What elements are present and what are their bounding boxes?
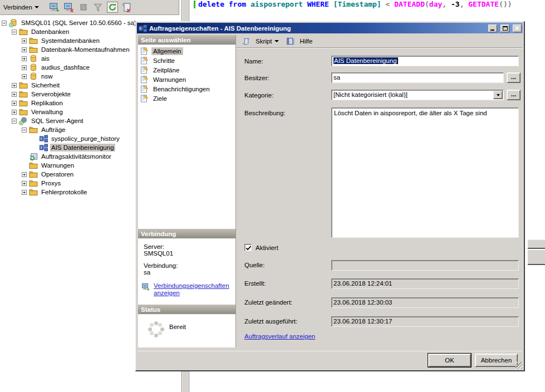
server-label: Server: xyxy=(144,243,235,250)
modified-label: Zuletzt geändert: xyxy=(244,299,292,306)
page-item-schritte[interactable]: Schritte xyxy=(138,56,235,65)
tree-item-label: Aufträge xyxy=(40,126,66,134)
expand-icon[interactable]: + xyxy=(22,47,27,52)
expand-icon[interactable]: + xyxy=(12,92,17,97)
page-icon xyxy=(140,85,149,94)
minimize-button[interactable] xyxy=(488,24,497,32)
help-icon xyxy=(286,37,294,46)
sql-token: < xyxy=(386,0,395,8)
expand-icon[interactable]: + xyxy=(22,38,27,43)
connection-value: sa xyxy=(144,269,235,276)
tree-item-label: Sicherheit xyxy=(30,81,61,89)
sql-token: delete from xyxy=(198,0,251,8)
connect-server-icon[interactable]: + xyxy=(49,2,60,13)
last-run-label: Zuletzt ausgeführt: xyxy=(244,318,297,325)
expand-icon[interactable]: + xyxy=(12,101,17,106)
expand-icon[interactable]: + xyxy=(22,172,27,177)
maximize-button[interactable] xyxy=(500,24,509,32)
db-icon xyxy=(29,72,38,81)
stop-icon[interactable] xyxy=(78,2,89,13)
modified-value: 23.06.2018 12:30:03 xyxy=(331,297,519,308)
page-item-label: Schritte xyxy=(151,57,176,65)
folder-icon xyxy=(19,107,28,116)
description-textarea[interactable]: Löscht Daten in aisposreport, die älter … xyxy=(331,107,519,238)
script-delete-icon[interactable]: x xyxy=(121,2,132,13)
created-value: 23.06.2018 12:24:01 xyxy=(331,278,519,289)
tree-item-label: Operatoren xyxy=(40,170,75,178)
folder-icon xyxy=(19,27,28,36)
close-button[interactable]: ✕ xyxy=(513,24,522,32)
refresh-icon[interactable] xyxy=(107,2,118,13)
script-icon xyxy=(242,37,251,46)
job-history-link[interactable]: Auftragsverlauf anzeigen xyxy=(244,333,315,340)
connect-dropdown[interactable]: Verbinden xyxy=(1,3,41,12)
resize-grip[interactable] xyxy=(515,362,523,369)
sql-token: day xyxy=(429,0,442,8)
filter-icon[interactable] xyxy=(92,2,104,13)
expand-icon[interactable]: + xyxy=(22,65,27,70)
owner-browse-button[interactable]: ... xyxy=(507,72,521,83)
collapse-icon[interactable]: − xyxy=(2,21,7,26)
page-icon xyxy=(140,47,149,56)
sql-token: aisposreport xyxy=(251,0,307,8)
connection-label: Verbindung: xyxy=(144,262,235,269)
expand-icon[interactable]: + xyxy=(22,181,27,186)
dialog-title-bar[interactable]: Auftragseigenschaften - AIS Datenbereini… xyxy=(137,23,523,33)
combo-arrow-icon[interactable] xyxy=(493,91,503,99)
page-item-warnungen[interactable]: Warnungen xyxy=(138,75,235,84)
svg-text:x: x xyxy=(70,7,74,13)
help-button[interactable]: Hilfe xyxy=(284,36,314,46)
category-select[interactable]: [Nicht kategorisiert (lokal)] xyxy=(331,90,504,100)
collapse-icon[interactable]: − xyxy=(12,119,17,124)
chevron-down-icon xyxy=(274,40,279,42)
disconnect-icon[interactable]: x xyxy=(63,2,75,13)
dialog-title: Auftragseigenschaften - AIS Datenbereini… xyxy=(149,25,291,32)
page-item-benachrichtigungen[interactable]: Benachrichtigungen xyxy=(138,84,235,94)
owner-input[interactable]: sa xyxy=(331,72,504,83)
monitor-icon xyxy=(29,152,38,161)
connection-properties-icon: + xyxy=(141,282,150,291)
folder-icon xyxy=(29,170,38,179)
category-browse-button[interactable]: ... xyxy=(507,90,521,100)
job-icon xyxy=(39,143,48,152)
page-item-allgemein[interactable]: Allgemein xyxy=(138,46,235,56)
tree-item-label: nsw xyxy=(40,72,53,80)
sql-token: , xyxy=(460,0,469,8)
tree-item-label: Warnungen xyxy=(40,161,75,169)
page-item-label: Zeitpläne xyxy=(151,66,181,74)
cancel-button[interactable]: Abbrechen xyxy=(475,354,518,367)
source-input xyxy=(331,260,519,271)
sql-token: WHERE xyxy=(307,0,333,8)
expand-icon[interactable]: + xyxy=(22,190,27,195)
connection-header: Verbindung xyxy=(138,229,235,239)
name-input[interactable]: AIS Datenbereinigung xyxy=(331,56,519,66)
status-text: Bereit xyxy=(169,324,186,330)
page-item-zeitpl-ne[interactable]: Zeitpläne xyxy=(138,65,235,75)
expand-icon[interactable]: + xyxy=(22,74,27,79)
script-button[interactable]: Skript xyxy=(240,36,281,46)
pages-list: AllgemeinSchritteZeitpläneWarnungenBenac… xyxy=(138,45,235,229)
ok-button[interactable]: OK xyxy=(428,354,471,367)
sql-token: , xyxy=(442,0,451,8)
connection-properties-link[interactable]: Verbindungseigenschaften anzeigen xyxy=(154,282,230,297)
expand-icon[interactable]: + xyxy=(12,110,17,115)
tree-item-label: Fehlerprotokolle xyxy=(40,188,88,196)
expand-icon[interactable]: + xyxy=(22,56,27,61)
collapse-icon[interactable]: − xyxy=(22,128,27,133)
editor-scrollbar-fragment[interactable] xyxy=(528,239,545,266)
status-header: Status xyxy=(138,305,235,315)
tree-item-label: Auftragsaktivitätsmonitor xyxy=(40,153,112,160)
folder-icon xyxy=(29,161,38,170)
db-icon xyxy=(29,54,38,63)
general-page-form: Name: AIS Datenbereinigung Besitzer: sa … xyxy=(237,48,524,349)
collapse-icon[interactable]: − xyxy=(12,30,17,35)
owner-label: Besitzer: xyxy=(244,75,269,81)
tree-item-label: syspolicy_purge_history xyxy=(50,135,121,143)
page-item-ziele[interactable]: Ziele xyxy=(138,94,235,103)
expand-icon[interactable]: + xyxy=(12,83,17,88)
connect-label: Verbinden xyxy=(3,4,32,11)
job-properties-dialog: Auftragseigenschaften - AIS Datenbereini… xyxy=(135,21,525,371)
dialog-sidebar: Seite auswählen AllgemeinSchritteZeitplä… xyxy=(138,35,236,347)
description-label: Beschreibung: xyxy=(244,110,286,116)
enabled-checkbox[interactable] xyxy=(244,244,252,251)
